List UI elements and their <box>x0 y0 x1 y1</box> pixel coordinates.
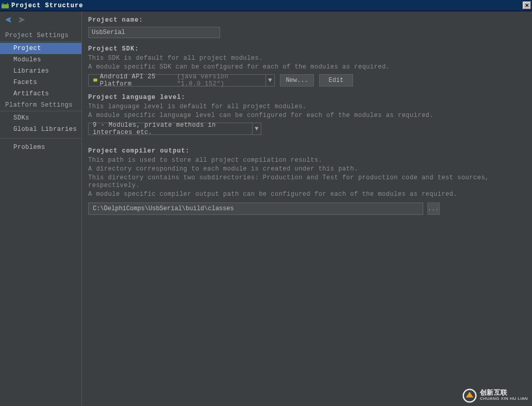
watermark-logo-icon <box>462 388 477 403</box>
window-close-button[interactable]: ✕ <box>523 2 531 9</box>
language-level-combo[interactable]: 9 - Modules, private methods in interfac… <box>88 123 261 135</box>
sidebar-item-label: Libraries <box>13 67 49 75</box>
svg-point-5 <box>96 78 96 78</box>
project-name-label: Project name: <box>88 16 526 24</box>
sidebar-item-label: SDKs <box>13 114 29 122</box>
compiler-output-label: Project compiler output: <box>88 147 526 155</box>
sdk-java-version: (java version "1.8.0_152") <box>177 73 261 88</box>
sidebar-item-project[interactable]: Project <box>0 43 81 54</box>
sidebar-item-global-libraries[interactable]: Global Libraries <box>0 124 81 135</box>
language-level-label: Project language level: <box>88 94 526 101</box>
sidebar-item-label: Modules <box>13 56 41 63</box>
svg-point-7 <box>463 390 476 402</box>
nav-back-icon[interactable]: ⮜ <box>5 16 13 25</box>
lang-desc-1: This language level is default for all p… <box>88 103 526 111</box>
watermark-text-en: CHUANG XIN HU LIAN <box>480 396 528 402</box>
sdk-desc-2: A module specific SDK can be configured … <box>88 63 526 71</box>
svg-rect-6 <box>93 79 97 81</box>
content-panel: Project name: Project SDK: This SDK is d… <box>82 11 532 406</box>
sidebar-section-platform-settings: Platform Settings <box>0 99 81 111</box>
project-name-input[interactable] <box>88 27 220 38</box>
sidebar-item-facets[interactable]: Facets <box>0 77 81 88</box>
sdk-edit-button[interactable]: Edit <box>319 74 353 87</box>
lang-desc-2: A module specific language level can be … <box>88 112 526 120</box>
window-titlebar: Project Structure ✕ <box>0 0 532 11</box>
sidebar-separator <box>0 138 81 139</box>
sidebar-item-label: Problems <box>13 144 45 151</box>
sidebar-item-modules[interactable]: Modules <box>0 54 81 65</box>
comp-desc-1: This path is used to store all project c… <box>88 157 526 164</box>
sidebar-item-problems[interactable]: Problems <box>0 142 81 153</box>
svg-rect-0 <box>2 4 9 8</box>
sidebar-item-label: Project <box>13 45 41 52</box>
sidebar-item-label: Global Libraries <box>13 126 77 133</box>
sidebar-section-project-settings: Project Settings <box>0 30 81 42</box>
project-sdk-combo[interactable]: Android API 25 Platform (java version "1… <box>88 74 275 87</box>
window-title: Project Structure <box>11 2 83 9</box>
compiler-output-input[interactable] <box>88 202 423 215</box>
chevron-down-icon[interactable]: ▼ <box>265 75 274 86</box>
sidebar-item-sdks[interactable]: SDKs <box>0 112 81 124</box>
svg-rect-1 <box>3 3 4 4</box>
sidebar: ⮜ ⮞ Project Settings Project Modules Lib… <box>0 11 82 406</box>
android-icon <box>93 77 98 83</box>
svg-point-4 <box>94 78 95 78</box>
watermark: 创新互联 CHUANG XIN HU LIAN <box>462 388 528 403</box>
language-level-selected: 9 - Modules, private methods in interfac… <box>93 122 248 136</box>
comp-desc-3: This directory contains two subdirectori… <box>88 174 526 190</box>
comp-desc-4: A module specific compiler output path c… <box>88 191 526 198</box>
sidebar-item-label: Artifacts <box>13 90 49 97</box>
sidebar-item-libraries[interactable]: Libraries <box>0 65 81 77</box>
browse-button[interactable]: ... <box>427 202 440 215</box>
nav-forward-icon: ⮞ <box>18 16 26 25</box>
sidebar-item-artifacts[interactable]: Artifacts <box>0 88 81 99</box>
comp-desc-2: A directory corresponding to each module… <box>88 165 526 173</box>
svg-rect-2 <box>7 3 8 4</box>
project-sdk-label: Project SDK: <box>88 45 526 53</box>
watermark-text-zh: 创新互联 <box>480 390 528 396</box>
sdk-desc-1: This SDK is default for all project modu… <box>88 55 526 62</box>
sdk-new-button[interactable]: New... <box>280 74 314 87</box>
sdk-selected-name: Android API 25 Platform <box>100 73 175 88</box>
sidebar-item-label: Facets <box>13 79 37 86</box>
app-icon <box>1 3 9 9</box>
chevron-down-icon[interactable]: ▼ <box>252 123 261 134</box>
